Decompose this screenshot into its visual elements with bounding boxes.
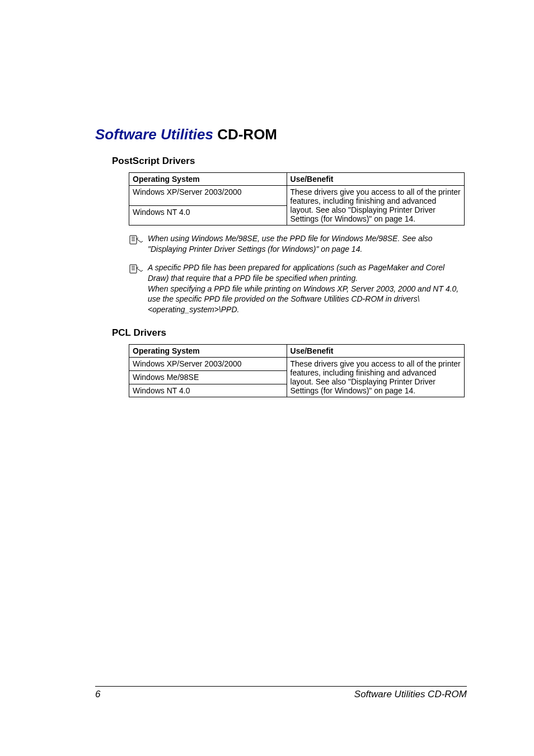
svg-rect-1: [130, 265, 137, 273]
pcl-row2-os: Windows Me/98SE: [129, 370, 287, 384]
pcl-col2-header: Use/Benefit: [287, 345, 464, 358]
pcl-row3-os: Windows NT 4.0: [129, 384, 287, 397]
pcl-col1-header: Operating System: [129, 345, 287, 358]
table-row: Windows XP/Server 2003/2000 These driver…: [129, 186, 465, 206]
footer-page-number: 6: [95, 689, 100, 700]
heading-rest: CD-ROM: [213, 126, 277, 143]
footer: 6 Software Utilities CD-ROM: [95, 686, 467, 700]
section-gap: [95, 315, 467, 327]
note-icon: [129, 262, 148, 315]
main-heading: Software Utilities CD-ROM: [95, 126, 467, 143]
page: Software Utilities CD-ROM PostScript Dri…: [0, 0, 534, 756]
heading-italic: Software Utilities: [95, 126, 213, 143]
note-block-1: When using Windows Me/98SE, use the PPD …: [129, 233, 465, 255]
table-header-row: Operating System Use/Benefit: [129, 173, 465, 186]
note-text-1: When using Windows Me/98SE, use the PPD …: [148, 233, 465, 255]
postscript-heading: PostScript Drivers: [112, 156, 467, 167]
pcl-heading: PCL Drivers: [112, 327, 467, 339]
postscript-table: Operating System Use/Benefit Windows XP/…: [129, 172, 465, 226]
note-text-2: A specific PPD file has been prepared fo…: [148, 262, 465, 315]
pcl-row1-os: Windows XP/Server 2003/2000: [129, 358, 287, 371]
note-block-2: A specific PPD file has been prepared fo…: [129, 262, 465, 315]
footer-line: 6 Software Utilities CD-ROM: [95, 686, 467, 700]
ps-benefit-cell: These drivers give you access to all of …: [287, 186, 464, 226]
table-row: Windows XP/Server 2003/2000 These driver…: [129, 358, 465, 371]
ps-row2-os: Windows NT 4.0: [129, 205, 287, 226]
pcl-benefit-cell: These drivers give you access to all of …: [287, 358, 464, 397]
table-header-row: Operating System Use/Benefit: [129, 345, 465, 358]
ps-row1-os: Windows XP/Server 2003/2000: [129, 186, 287, 206]
pcl-table: Operating System Use/Benefit Windows XP/…: [129, 344, 465, 397]
ps-col1-header: Operating System: [129, 173, 287, 186]
svg-rect-0: [130, 236, 137, 244]
note-icon: [129, 233, 148, 255]
ps-col2-header: Use/Benefit: [287, 173, 464, 186]
footer-title: Software Utilities CD-ROM: [354, 689, 467, 700]
